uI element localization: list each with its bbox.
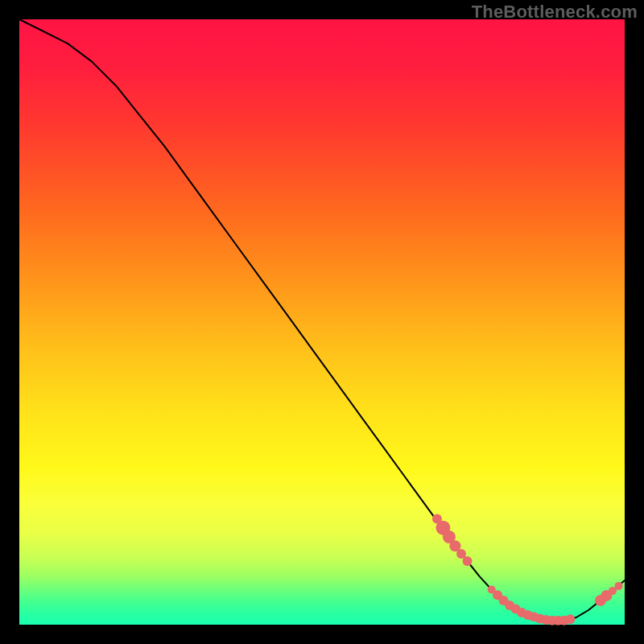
- bottleneck-curve: [19, 19, 625, 621]
- marker-point: [615, 582, 623, 590]
- chart-svg: [19, 19, 625, 625]
- highlight-markers: [432, 514, 623, 625]
- marker-point: [565, 614, 575, 624]
- chart-frame: TheBottleneck.com: [0, 0, 644, 644]
- plot-area: [19, 19, 625, 625]
- marker-point: [463, 556, 473, 566]
